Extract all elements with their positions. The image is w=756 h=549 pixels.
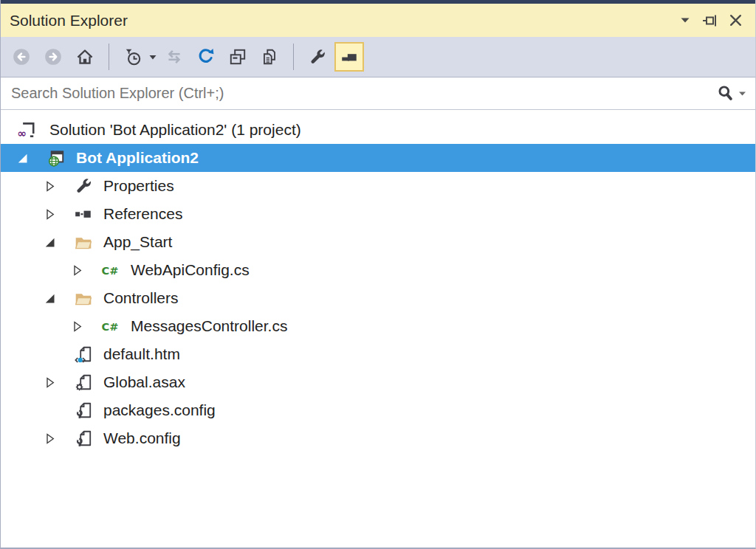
toolbar-separator xyxy=(109,44,109,70)
tree-item-references[interactable]: References xyxy=(1,200,755,228)
svg-text:∞: ∞ xyxy=(18,127,27,139)
tree-item-packages-config[interactable]: packages.config xyxy=(1,396,755,424)
tree-item-label: default.htm xyxy=(103,345,180,363)
preview-selected-items-icon xyxy=(340,47,359,66)
close-icon xyxy=(729,13,743,27)
csharp-file-icon: C# xyxy=(101,260,131,280)
sync-with-active-document-icon xyxy=(165,47,184,66)
search-options-button[interactable] xyxy=(737,91,748,97)
pin-icon xyxy=(702,14,718,27)
close-button[interactable] xyxy=(723,8,748,33)
dropdown-caret-icon[interactable] xyxy=(148,54,157,61)
auto-hide-pin-button[interactable] xyxy=(698,8,723,33)
svg-text:C#: C# xyxy=(102,320,119,333)
toolbar xyxy=(1,37,755,77)
preview-selected-items-button[interactable] xyxy=(334,42,364,72)
expand-arrow-icon[interactable] xyxy=(44,209,74,220)
expand-arrow-icon[interactable] xyxy=(44,433,74,444)
tree-item-label: packages.config xyxy=(103,401,216,419)
collapse-arrow-icon[interactable] xyxy=(17,153,47,164)
refresh-button[interactable] xyxy=(191,42,221,72)
tree-item-app-start[interactable]: App_Start xyxy=(1,228,755,256)
tree-item-label: Global.asax xyxy=(103,373,185,391)
home-button[interactable] xyxy=(70,42,100,72)
tree-item-label: App_Start xyxy=(103,233,172,251)
show-all-files-button[interactable] xyxy=(255,42,284,72)
panel-titlebar[interactable]: Solution Explorer xyxy=(1,4,755,37)
tree-item-properties[interactable]: Properties xyxy=(1,172,755,200)
properties-icon xyxy=(308,47,327,66)
expand-arrow-icon[interactable] xyxy=(44,377,74,388)
collapse-all-button[interactable] xyxy=(223,42,252,72)
tree-item-global-asax[interactable]: Global.asax xyxy=(1,368,755,396)
panel-title: Solution Explorer xyxy=(10,12,673,30)
tree-item-label: References xyxy=(103,205,182,223)
svg-text:C#: C# xyxy=(102,264,119,277)
solution-icon: ∞ xyxy=(17,120,49,139)
config-file-icon xyxy=(74,429,103,448)
tree-item-label: MessagesController.cs xyxy=(131,317,287,335)
search-button[interactable] xyxy=(714,83,737,103)
tree-item-bot-application2[interactable]: Bot Application2 xyxy=(1,144,755,172)
tree-item-default-htm[interactable]: default.htm xyxy=(1,340,755,368)
solution-tree: ∞Solution 'Bot Application2' (1 project)… xyxy=(1,110,755,548)
sync-with-active-document-button xyxy=(159,42,189,72)
properties-button[interactable] xyxy=(303,42,332,72)
web-project-icon xyxy=(47,148,76,168)
forward-icon xyxy=(44,47,63,66)
toolbar-separator xyxy=(293,44,294,70)
tree-item-messagescontroller-cs[interactable]: C#MessagesController.cs xyxy=(1,312,755,340)
asax-file-icon xyxy=(74,373,103,392)
references-icon xyxy=(74,204,103,224)
solution-explorer-panel: Solution Explorer xyxy=(0,0,756,549)
search-options-caret-icon xyxy=(738,91,746,97)
back-icon xyxy=(12,47,31,66)
folder-open-icon xyxy=(74,289,103,308)
pending-changes-filter-button[interactable] xyxy=(118,42,148,72)
collapse-arrow-icon[interactable] xyxy=(44,237,74,248)
forward-button xyxy=(38,42,68,72)
expand-arrow-icon[interactable] xyxy=(72,265,101,276)
csharp-file-icon: C# xyxy=(101,317,131,336)
pending-changes-filter-icon xyxy=(123,47,142,66)
properties-wrench-icon xyxy=(74,176,103,196)
folder-open-icon xyxy=(74,232,103,252)
tree-item-controllers[interactable]: Controllers xyxy=(1,284,755,312)
window-position-caret-icon xyxy=(680,17,690,24)
expand-arrow-icon[interactable] xyxy=(72,321,101,332)
tree-item-label: Properties xyxy=(103,177,174,195)
home-icon xyxy=(75,47,94,66)
show-all-files-icon xyxy=(260,47,279,66)
config-file-icon xyxy=(74,401,103,420)
tree-item-webapiconfig-cs[interactable]: C#WebApiConfig.cs xyxy=(1,256,755,284)
refresh-icon xyxy=(196,47,216,66)
tree-item-label: Solution 'Bot Application2' (1 project) xyxy=(49,121,301,139)
tree-item-solution-bot-application2-1-project[interactable]: ∞Solution 'Bot Application2' (1 project) xyxy=(1,116,755,144)
back-button xyxy=(7,42,36,72)
tree-item-label: WebApiConfig.cs xyxy=(131,261,250,279)
search-input[interactable] xyxy=(10,84,714,103)
collapse-all-icon xyxy=(228,47,247,66)
expand-arrow-icon[interactable] xyxy=(44,181,74,192)
collapse-arrow-icon[interactable] xyxy=(44,293,74,304)
html-file-icon xyxy=(74,345,103,364)
tree-item-label: Web.config xyxy=(103,429,181,447)
search-bar xyxy=(1,77,755,110)
tree-item-label: Bot Application2 xyxy=(76,149,199,167)
window-position-button[interactable] xyxy=(673,8,698,33)
tree-item-label: Controllers xyxy=(103,289,179,307)
search-icon xyxy=(715,83,735,103)
tree-item-web-config[interactable]: Web.config xyxy=(1,424,755,452)
